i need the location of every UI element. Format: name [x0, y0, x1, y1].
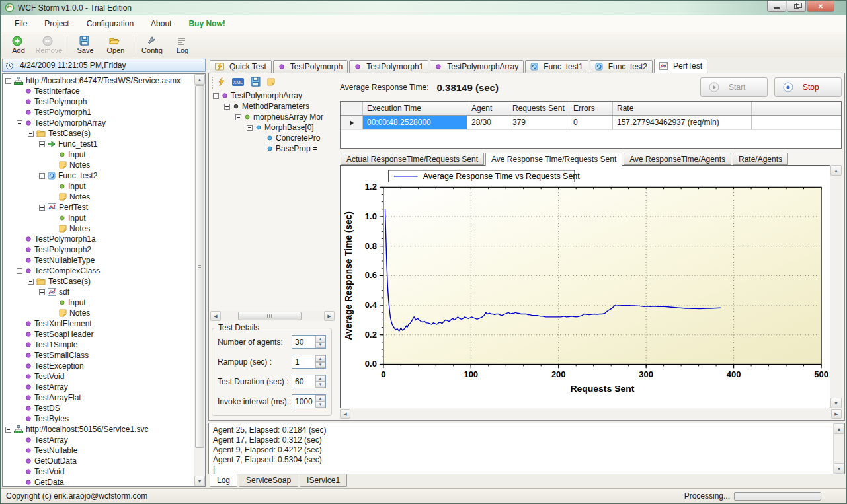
notes-tool-button[interactable] — [267, 78, 278, 88]
collapse-expander-icon[interactable] — [28, 279, 34, 285]
service-tree-node-input[interactable]: Input — [4, 181, 192, 192]
menu-item-buy-now-[interactable]: Buy Now! — [180, 17, 233, 31]
collapse-expander-icon[interactable] — [247, 125, 253, 131]
service-tree-node-notes[interactable]: Notes — [4, 223, 192, 234]
service-tree-node-testexception[interactable]: TestException — [4, 361, 192, 371]
service-tree-node-input[interactable]: Input — [4, 149, 192, 160]
params-tree-node-methodparameters[interactable]: MethodParameters — [212, 101, 335, 112]
xml-tool-button[interactable]: XML — [232, 78, 247, 88]
service-tree-node-input[interactable]: Input — [4, 213, 192, 223]
service-tree-node-testnullabletype[interactable]: TestNullableType — [4, 255, 192, 266]
collapse-expander-icon[interactable] — [28, 131, 34, 137]
params-tree-node-morphbase-0-[interactable]: MorphBase[0] — [212, 122, 335, 133]
service-tree-node-testpolymorph1a[interactable]: TestPolymorph1a — [4, 234, 192, 244]
minimize-button[interactable] — [767, 1, 786, 12]
tab-testpolymorpharray[interactable]: TestPolymorphArray — [430, 60, 524, 73]
grid-column-header[interactable]: Errors — [569, 102, 613, 115]
close-button[interactable]: ✕ — [807, 1, 834, 12]
spin-up-icon[interactable]: ▲ — [315, 355, 325, 362]
chart-vscrollbar[interactable]: ▲ ▼ — [830, 165, 842, 408]
service-tree-node-http-localhost-50156-service1-svc[interactable]: http://localhost:50156/Service1.svc — [4, 424, 192, 435]
service-tree-node-testvoid[interactable]: TestVoid — [4, 371, 192, 382]
service-tree-node-notes[interactable]: Notes — [4, 192, 192, 202]
service-tree-node-test1simple[interactable]: Test1Simple — [4, 340, 192, 350]
invoke-interval-ms-spinner[interactable]: 1000▲▼ — [292, 394, 326, 408]
scroll-down-icon[interactable]: ▼ — [834, 463, 844, 474]
spin-up-icon[interactable]: ▲ — [315, 336, 325, 342]
params-tree-node-morpheusarray-mor[interactable]: morpheusArray Mor — [212, 112, 335, 122]
grid-column-header[interactable]: Rate — [613, 102, 752, 115]
service-tree-node-testarray[interactable]: TestArray — [4, 382, 192, 392]
number-of-agents-spinner[interactable]: 30▲▼ — [292, 335, 326, 349]
spinner-value[interactable]: 60 — [292, 375, 315, 388]
spin-down-icon[interactable]: ▼ — [315, 362, 325, 369]
config-button[interactable]: Config — [137, 33, 167, 57]
collapse-expander-icon[interactable] — [17, 268, 22, 274]
service-tree-node-notes[interactable]: Notes — [4, 308, 192, 318]
grid-column-header[interactable]: Execution Time — [363, 102, 467, 115]
service-tree-node-perftest[interactable]: PerfTest — [4, 202, 192, 213]
service-tree-node-sdf[interactable]: sdf — [4, 287, 192, 297]
scroll-up-icon[interactable]: ▲ — [830, 165, 842, 176]
save-button[interactable]: Save — [70, 33, 101, 57]
collapse-expander-icon[interactable] — [39, 205, 45, 211]
service-tree-node-testarray[interactable]: TestArray — [4, 435, 192, 445]
log-tab-servicesoap[interactable]: ServiceSoap — [239, 474, 298, 487]
service-tree-node-func-test1[interactable]: Func_test1 — [4, 139, 192, 149]
scrollbar-thumb[interactable] — [195, 85, 204, 448]
grid-cell[interactable]: 28/30 — [467, 116, 508, 129]
collapse-expander-icon[interactable] — [213, 93, 219, 99]
collapse-expander-icon[interactable] — [224, 104, 230, 110]
log-scrollbar[interactable]: ▲ ▼ — [833, 423, 844, 474]
rampup-sec-spinner[interactable]: 1▲▼ — [292, 355, 326, 369]
collapse-expander-icon[interactable] — [235, 114, 241, 120]
service-tree-node-testarrayflat[interactable]: TestArrayFlat — [4, 392, 192, 403]
spinner-value[interactable]: 1000 — [292, 395, 315, 408]
collapse-expander-icon[interactable] — [39, 289, 45, 295]
service-tree-node-testds[interactable]: TestDS — [4, 403, 192, 414]
menu-item-file[interactable]: File — [6, 17, 36, 31]
service-tree-node-testinterface[interactable]: TestInterface — [4, 86, 192, 96]
log-tab-log[interactable]: Log — [210, 474, 237, 487]
scroll-left-icon[interactable]: ◀ — [340, 409, 350, 419]
scroll-down-icon[interactable]: ▼ — [194, 476, 205, 486]
service-tree-node-testcase-s-[interactable]: TestCase(s) — [4, 128, 192, 139]
collapse-expander-icon[interactable] — [5, 78, 11, 84]
test-duration-sec-spinner[interactable]: 60▲▼ — [292, 375, 326, 388]
scroll-left-icon[interactable]: ◀ — [210, 311, 221, 321]
params-tree-node-baseprop-[interactable]: BaseProp = — [212, 143, 335, 154]
service-tree-node-testsmallclass[interactable]: TestSmallClass — [4, 350, 192, 361]
menu-item-about[interactable]: About — [142, 17, 180, 31]
subtab-rate-agents[interactable]: Rate/Agents — [733, 153, 788, 165]
service-tree-node-testpolymorpharray[interactable]: TestPolymorphArray — [4, 118, 192, 128]
service-tree-node-http-localhost-64747-testws-service-asmx[interactable]: http://localhost:64747/TestWS/Service.as… — [4, 75, 192, 86]
grid-column-header[interactable]: Requests Sent — [508, 102, 569, 115]
restore-button[interactable] — [787, 1, 806, 12]
service-tree-node-testpolymorph[interactable]: TestPolymorph — [4, 96, 192, 107]
log-button[interactable]: Log — [167, 33, 198, 57]
scroll-right-icon[interactable]: ▶ — [324, 311, 335, 321]
service-tree-node-getoutdata[interactable]: GetOutData — [4, 456, 192, 466]
service-tree-node-getdata[interactable]: GetData — [4, 477, 192, 485]
menu-item-project[interactable]: Project — [36, 17, 77, 31]
scroll-right-icon[interactable]: ▶ — [831, 409, 842, 419]
chart-hscrollbar[interactable]: ◀ ▶ — [340, 409, 842, 419]
collapse-expander-icon[interactable] — [17, 120, 22, 126]
spinner-value[interactable]: 30 — [292, 336, 315, 348]
grid-column-header[interactable]: Agent — [467, 102, 508, 115]
bolt-tool-button[interactable] — [218, 77, 228, 88]
service-tree-node-testcomplexclass[interactable]: TestComplexClass — [4, 266, 192, 276]
toolbar-grip[interactable] — [212, 77, 214, 89]
service-tree-node-testbytes[interactable]: TestBytes — [4, 414, 192, 424]
scroll-down-icon[interactable]: ▼ — [830, 398, 842, 408]
tab-quick-test[interactable]: Quick Test — [210, 60, 272, 73]
service-tree-node-testxmlelement[interactable]: TestXmlElement — [4, 318, 192, 329]
service-tree-scrollbar[interactable]: ▲ ▼ — [194, 74, 205, 486]
grid-cell[interactable]: 0 — [569, 116, 613, 129]
parameters-hscrollbar[interactable]: ◀ ▶ — [210, 311, 335, 321]
subtab-ave-responsetime-agents[interactable]: Ave ResponseTime/Agents — [624, 153, 731, 165]
collapse-expander-icon[interactable] — [5, 427, 11, 433]
open-button[interactable]: Open — [101, 33, 131, 57]
service-tree-node-testnullable[interactable]: TestNullable — [4, 445, 192, 456]
scroll-up-icon[interactable]: ▲ — [834, 423, 844, 434]
